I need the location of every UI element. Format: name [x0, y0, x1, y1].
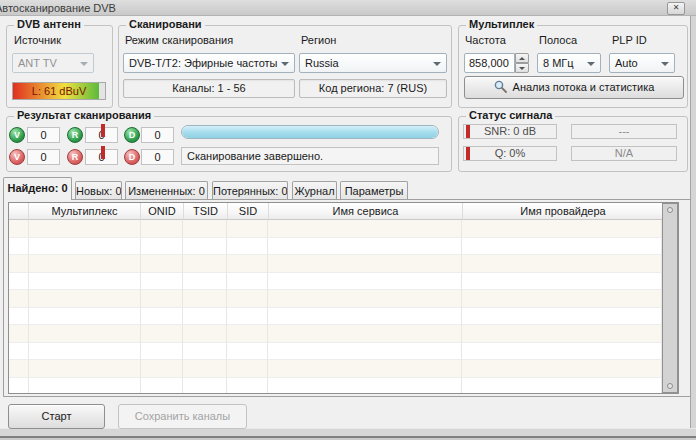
table-row[interactable] — [9, 378, 662, 395]
badge-r-red-icon: R — [67, 149, 83, 165]
tab-changed[interactable]: Измененных: 0 — [125, 181, 208, 200]
snr-tick-right-icon — [101, 124, 105, 137]
header-cell-service-name[interactable]: Имя сервиса — [269, 203, 463, 220]
plp-id-select[interactable]: Auto — [609, 53, 675, 73]
frequency-spinner[interactable] — [515, 53, 529, 73]
table-row[interactable] — [9, 220, 662, 238]
spin-down-icon[interactable] — [515, 63, 529, 73]
header-cell-tsid[interactable]: TSID — [184, 203, 228, 220]
table-cell — [227, 343, 268, 361]
table-cell — [9, 343, 29, 361]
save-channels-button[interactable]: Сохранить каналы — [118, 404, 247, 429]
table-cell — [462, 343, 662, 361]
tab-lost[interactable]: Потерянных: 0 — [212, 181, 288, 200]
header-cell-onid[interactable]: ONID — [141, 203, 184, 220]
window-title: Автосканирование DVB — [0, 2, 116, 14]
region-select[interactable]: Russia — [299, 53, 447, 73]
table-row[interactable] — [9, 343, 662, 361]
snr-text: SNR: 0 dB — [484, 125, 536, 137]
plp-id-select-value: Auto — [615, 57, 638, 69]
header-cell-row-marker[interactable] — [9, 203, 29, 220]
header-cell-sid[interactable]: SID — [228, 203, 269, 220]
table-cell — [29, 238, 141, 256]
table-cell — [183, 308, 227, 326]
table-cell — [141, 360, 184, 378]
tab-params[interactable]: Параметры — [340, 181, 408, 200]
region-code-info: Код региона: 7 (RUS) — [299, 79, 447, 98]
table-cell — [29, 325, 141, 343]
table-row[interactable] — [9, 238, 662, 256]
table-cell — [141, 255, 184, 273]
table-cell — [227, 273, 268, 291]
quality-text: Q: 0% — [495, 147, 526, 159]
source-select[interactable]: ANT TV — [12, 53, 94, 73]
chevron-down-icon — [587, 62, 595, 66]
table-cell — [268, 290, 461, 308]
table-cell — [183, 273, 227, 291]
table-cell — [9, 378, 29, 395]
badge-d-red-icon: D — [124, 149, 140, 165]
group-dvb-antenna-title: DVB антенн — [14, 18, 84, 30]
table-header-row: Мультиплекс ONID TSID SID Имя сервиса Им… — [9, 203, 664, 220]
table-cell — [29, 255, 141, 273]
group-dvb-antenna: DVB антенн Источник ANT TV L: 61 dBuV — [6, 25, 113, 108]
table-cell — [9, 238, 29, 256]
table-row[interactable] — [9, 273, 662, 291]
table-cell — [227, 255, 268, 273]
table-cell — [9, 255, 29, 273]
bandwidth-select-value: 8 МГц — [543, 57, 574, 69]
table-cell — [183, 325, 227, 343]
source-select-value: ANT TV — [18, 57, 57, 69]
frequency-input[interactable]: 858,000 — [464, 53, 515, 73]
bandwidth-select[interactable]: 8 МГц — [537, 53, 601, 73]
snr-value: --- — [619, 125, 630, 137]
badge-v-green-icon: V — [9, 127, 25, 143]
table-row[interactable] — [9, 308, 662, 326]
table-cell — [227, 220, 268, 238]
close-button[interactable]: ✕ — [667, 2, 685, 15]
bandwidth-label: Полоса — [539, 34, 577, 46]
vertical-scrollbar[interactable] — [662, 203, 678, 393]
header-cell-multiplex[interactable]: Мультиплекс — [29, 203, 141, 220]
table-cell — [141, 220, 184, 238]
header-cell-provider-name[interactable]: Имя провайдера — [463, 203, 664, 220]
table-row[interactable] — [9, 325, 662, 343]
group-scanning: Сканировани Режим сканирования Регион DV… — [118, 25, 452, 108]
table-cell — [268, 238, 461, 256]
snr-value-box: --- — [571, 124, 677, 139]
start-button[interactable]: Старт — [8, 404, 105, 429]
scan-mode-select[interactable]: DVB-T/T2: Эфирные частоты — [123, 53, 295, 73]
table-cell — [29, 273, 141, 291]
group-signal-status: Статус сигнала SNR: 0 dB --- Q: 0% N/A — [458, 116, 688, 172]
table-cell — [29, 343, 141, 361]
tab-log[interactable]: Журнал — [292, 181, 337, 200]
title-bar[interactable]: Автосканирование DVB — [0, 0, 696, 16]
analyze-stream-button[interactable]: Анализ потока и статистика — [464, 76, 684, 99]
spin-up-icon[interactable] — [515, 53, 529, 63]
scroll-up-icon[interactable] — [667, 207, 673, 213]
table-cell — [462, 255, 662, 273]
table-cell — [141, 238, 184, 256]
tab-new[interactable]: Новых: 0 — [75, 181, 122, 200]
table-cell — [29, 290, 141, 308]
table-cell — [183, 255, 227, 273]
chevron-down-icon — [433, 62, 441, 66]
tab-found[interactable]: Найдено: 0 — [3, 177, 72, 200]
channels-info: Каналы: 1 - 56 — [123, 79, 295, 98]
table-cell — [462, 378, 662, 395]
progress-fill — [182, 126, 438, 138]
frequency-label: Частота — [465, 34, 506, 46]
table-cell — [9, 360, 29, 378]
count-d-red: 0 — [141, 149, 174, 165]
scroll-down-icon[interactable] — [667, 383, 673, 389]
group-signal-status-title: Статус сигнала — [466, 109, 555, 121]
table-row[interactable] — [9, 290, 662, 308]
table-row[interactable] — [9, 255, 662, 273]
badge-v-red-icon: V — [9, 149, 25, 165]
scan-progress-bar — [181, 125, 439, 139]
table-row[interactable] — [9, 360, 662, 378]
count-v-red: 0 — [27, 149, 60, 165]
table-cell — [183, 343, 227, 361]
magnifier-icon — [494, 80, 507, 93]
table-cell — [141, 273, 184, 291]
